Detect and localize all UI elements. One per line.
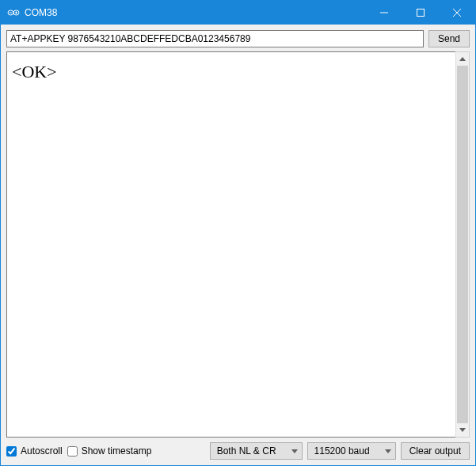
send-button[interactable]: Send bbox=[428, 30, 470, 47]
chevron-down-icon bbox=[291, 449, 299, 453]
timestamp-input[interactable] bbox=[67, 446, 78, 457]
command-row: Send bbox=[1, 25, 475, 51]
autoscroll-checkbox[interactable]: Autoscroll bbox=[6, 445, 63, 457]
footer-row: Autoscroll Show timestamp Both NL & CR 1… bbox=[1, 438, 475, 465]
scroll-down-button[interactable] bbox=[456, 423, 469, 437]
timestamp-checkbox[interactable]: Show timestamp bbox=[67, 445, 152, 457]
vertical-scrollbar[interactable] bbox=[455, 51, 470, 438]
arduino-icon bbox=[7, 6, 20, 19]
titlebar[interactable]: COM38 bbox=[1, 1, 475, 25]
baud-select[interactable]: 115200 baud bbox=[307, 442, 396, 460]
console-area: <OK> bbox=[1, 51, 475, 438]
minimize-button[interactable] bbox=[366, 1, 402, 25]
scroll-track[interactable] bbox=[456, 66, 469, 423]
scroll-up-button[interactable] bbox=[456, 52, 469, 66]
clear-output-button[interactable]: Clear output bbox=[401, 442, 470, 460]
console-output[interactable]: <OK> bbox=[6, 51, 455, 438]
command-input[interactable] bbox=[6, 30, 424, 47]
timestamp-label: Show timestamp bbox=[82, 445, 152, 457]
chevron-down-icon bbox=[384, 449, 392, 453]
console-blank-line bbox=[12, 55, 451, 62]
window-title: COM38 bbox=[25, 7, 57, 18]
close-button[interactable] bbox=[439, 1, 475, 25]
console-line: <OK> bbox=[12, 62, 451, 81]
maximize-button[interactable] bbox=[402, 1, 439, 25]
svg-rect-6 bbox=[417, 9, 425, 17]
autoscroll-input[interactable] bbox=[6, 446, 17, 457]
scroll-thumb[interactable] bbox=[457, 66, 468, 423]
line-ending-value: Both NL & CR bbox=[217, 445, 276, 457]
line-ending-select[interactable]: Both NL & CR bbox=[210, 442, 303, 460]
serial-monitor-window: COM38 Send <OK> bbox=[0, 0, 476, 466]
autoscroll-label: Autoscroll bbox=[21, 445, 63, 457]
baud-value: 115200 baud bbox=[314, 445, 370, 457]
